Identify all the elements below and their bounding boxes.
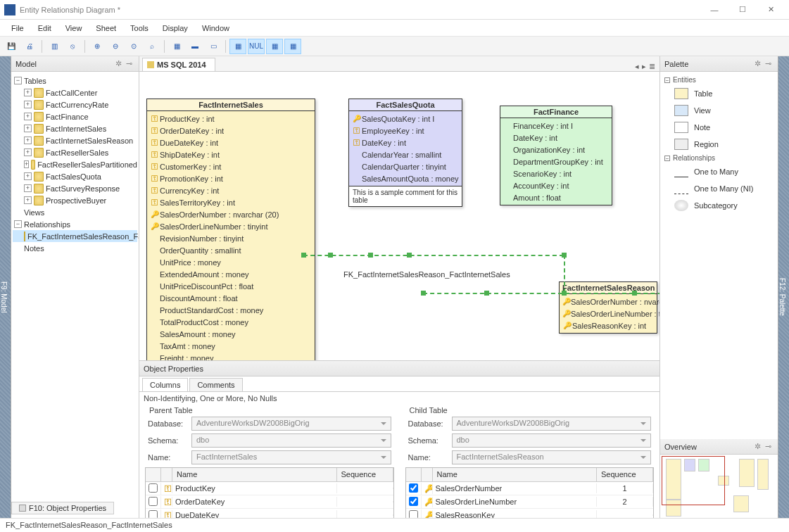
objprops-tab-comments[interactable]: Comments [189, 378, 242, 391]
objprops-tab-columns[interactable]: Columns [142, 378, 188, 391]
tree-item[interactable]: FK_FactInternetSalesReason_FactInternetS… [13, 230, 137, 242]
canvas-area[interactable]: FactResellerSalesPartProductKey : int⚿Or… [139, 72, 659, 532]
tree-item[interactable]: +FactResellerSalesPartitioned [13, 158, 137, 170]
snap-left-icon[interactable]: ▦ [168, 39, 185, 54]
tree-item[interactable]: +FactCallCenter [13, 87, 137, 99]
entity-column[interactable]: ⚿PromotionKey : int [150, 172, 312, 184]
close-button[interactable]: ✕ [757, 0, 785, 20]
entity-FactInternetSales[interactable]: FactInternetSales⚿ProductKey : int⚿Order… [146, 99, 315, 398]
entity-column[interactable]: ⚿DateKey : int [352, 137, 459, 148]
tree-item[interactable]: −Relationships [13, 218, 137, 230]
palette-item-one-to-many[interactable]: One to Many [660, 163, 778, 180]
tree-expand-icon[interactable]: + [24, 196, 32, 204]
entity-column[interactable]: DateKey : int [503, 132, 609, 144]
toggle-b-icon[interactable]: ▦ [266, 39, 283, 54]
grid-header-name[interactable]: Name [172, 468, 337, 481]
entity-column[interactable]: 🔑SalesQuotaKey : int I [352, 113, 459, 125]
save-icon[interactable]: 💾 [3, 39, 20, 54]
combo-db[interactable]: AdventureWorksDW2008BigOrig [452, 417, 652, 431]
left-tab-model[interactable]: F9: Model [0, 56, 11, 532]
combo-schema[interactable]: dbo [191, 433, 391, 448]
entity-FactInternetSalesReason[interactable]: FactInternetSalesReason🔑SalesOrderNumber… [559, 281, 657, 334]
entity-column[interactable]: ⚿ShipDateKey : int [150, 148, 312, 160]
entity-column[interactable]: ScenarioKey : int [503, 167, 609, 179]
disable-icon[interactable]: ⦸ [64, 39, 81, 54]
entity-column[interactable]: FinanceKey : int I [503, 120, 609, 132]
tree-item[interactable]: +FactFinance [13, 110, 137, 122]
menu-window[interactable]: Window [195, 21, 236, 35]
entity-column[interactable]: ⚿OrderDateKey : int [150, 125, 312, 137]
entity-column[interactable]: UnitPrice : money [150, 256, 312, 268]
grid-header-seq[interactable]: Sequence [597, 468, 653, 481]
menu-view[interactable]: View [58, 21, 89, 35]
tree-expand-icon[interactable]: + [24, 113, 32, 120]
menu-sheet[interactable]: Sheet [89, 21, 123, 35]
tree-item[interactable]: +FactResellerSales [13, 146, 137, 158]
entity-column[interactable]: ProductStandardCost : money [150, 304, 312, 316]
row-checkbox[interactable] [409, 483, 418, 493]
toggle-c-icon[interactable]: ▦ [284, 39, 301, 54]
entity-column[interactable]: TaxAmt : money [150, 340, 312, 352]
palette-item-table[interactable]: Table [660, 85, 778, 102]
snap-center-icon[interactable]: ▬ [187, 39, 203, 54]
chevron-right-icon[interactable]: ▸ [642, 62, 646, 71]
palette-group[interactable]: −Relationships [660, 153, 778, 163]
grid-header-seq[interactable]: Sequence [337, 468, 393, 481]
page-setup-icon[interactable]: ▥ [46, 39, 63, 54]
maximize-button[interactable]: ☐ [728, 0, 757, 20]
snap-right-icon[interactable]: ▭ [205, 39, 222, 54]
entity-FactFinance[interactable]: FactFinanceFinanceKey : int IDateKey : i… [500, 106, 612, 205]
tree-expand-icon[interactable]: − [14, 220, 22, 228]
tree-item[interactable]: −Tables [13, 75, 137, 87]
entity-column[interactable]: 🔑SalesOrderLineNumber : tinyint [562, 308, 654, 319]
entity-column[interactable]: ⚿DueDateKey : int [150, 137, 312, 148]
list-icon[interactable]: ≣ [649, 62, 655, 71]
entity-column[interactable]: CalendarYear : smallint [352, 148, 459, 160]
entity-column[interactable]: 🔑SalesOrderLineNumber : tinyint [150, 220, 312, 232]
row-checkbox[interactable] [409, 497, 418, 506]
grid-row[interactable]: 🔑SalesOrderLineNumber2 [406, 495, 654, 509]
tree-item[interactable]: +ProspectiveBuyer [13, 194, 137, 206]
canvas-tab[interactable]: MS SQL 2014 [142, 58, 215, 71]
zoom-region-icon[interactable]: ⌕ [144, 39, 160, 54]
grid-row[interactable]: 🔑SalesOrderNumber1 [406, 482, 654, 495]
menu-tools[interactable]: Tools [123, 21, 156, 35]
grid-header-name[interactable]: Name [433, 468, 598, 481]
entity-column[interactable]: SalesAmount : money [150, 328, 312, 340]
entity-column[interactable]: AccountKey : int [503, 179, 609, 191]
entity-column[interactable]: UnitPriceDiscountPct : float [150, 280, 312, 292]
tree-expand-icon[interactable]: + [24, 160, 29, 168]
combo-db[interactable]: AdventureWorksDW2008BigOrig [191, 417, 391, 431]
tree-item[interactable]: Notes [13, 242, 137, 254]
palette-item-one-to-many-ni-[interactable]: One to Many (NI) [660, 180, 778, 197]
relationship-label[interactable]: FK_FactInternetSalesReason_FactInternetS… [343, 270, 510, 279]
tree-expand-icon[interactable]: + [24, 89, 32, 96]
entity-column[interactable]: 🔑SalesOrderNumber : nvarchar (20) [150, 208, 312, 220]
entity-column[interactable]: ⚿EmployeeKey : int [352, 125, 459, 137]
zoom-in-icon[interactable]: ⊕ [89, 39, 106, 54]
entity-column[interactable]: Amount : float [503, 191, 609, 203]
menu-edit[interactable]: Edit [31, 21, 58, 35]
entity-FactSalesQuota[interactable]: FactSalesQuota🔑SalesQuotaKey : int I⚿Emp… [348, 99, 462, 207]
tree-expand-icon[interactable]: + [24, 172, 32, 180]
tree-item[interactable]: +FactCurrencyRate [13, 99, 137, 110]
right-tab-palette[interactable]: F12: Palette [778, 56, 789, 532]
pin-icon[interactable]: ⊸ [124, 59, 134, 68]
entity-column[interactable]: ExtendedAmount : money [150, 268, 312, 280]
menu-file[interactable]: File [4, 21, 31, 35]
entity-column[interactable]: ⚿CustomerKey : int [150, 160, 312, 172]
tree-item[interactable]: +FactInternetSalesReason [13, 134, 137, 146]
row-checkbox[interactable] [149, 483, 158, 493]
pin-icon[interactable]: ⊸ [763, 59, 774, 68]
entity-column[interactable]: ⚿CurrencyKey : int [150, 184, 312, 196]
entity-column[interactable]: CalendarQuarter : tinyint [352, 160, 459, 172]
entity-column[interactable]: SalesAmountQuota : money [352, 172, 459, 184]
palette-group[interactable]: −Entities [660, 75, 778, 85]
palette-item-subcategory[interactable]: Subcategory [660, 197, 778, 214]
entity-column[interactable]: 🔑SalesOrderNumber : nvarchar [562, 296, 654, 308]
entity-column[interactable]: TotalProductCost : money [150, 316, 312, 328]
tree-expand-icon[interactable]: + [24, 184, 32, 192]
entity-column[interactable]: RevisionNumber : tinyint [150, 232, 312, 244]
entity-column[interactable]: OrderQuantity : smallint [150, 244, 312, 256]
tree-expand-icon[interactable]: + [24, 137, 32, 144]
